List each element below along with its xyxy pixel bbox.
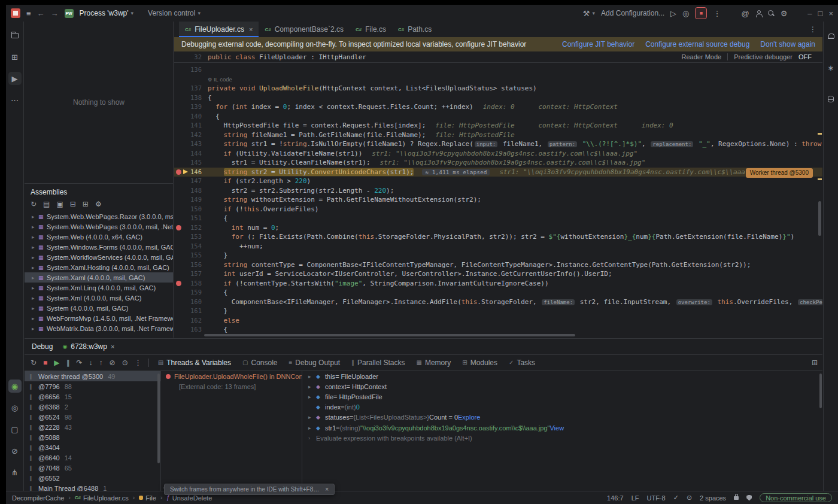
code-line[interactable]: 150 if (!this.OverrideFiles) (174, 205, 822, 214)
debug-view-tab[interactable]: ≡Debug Output (287, 359, 343, 367)
view-breakpoints-icon[interactable]: ⊙ (122, 359, 128, 367)
services-tool-icon[interactable]: ◎ (8, 401, 22, 414)
editor-vertical-scrollbar[interactable] (818, 201, 821, 236)
close-tab-icon[interactable]: × (249, 26, 253, 33)
variables-scrollbar[interactable] (819, 374, 822, 408)
code-line[interactable]: 137private void UploadWholeFile(HttpCont… (174, 84, 822, 93)
collapse-all-icon[interactable]: ⊟ (70, 200, 76, 208)
il-code-annotation[interactable]: IL code (174, 75, 822, 84)
expand-all-icon[interactable]: ⊞ (83, 200, 89, 208)
code-line[interactable]: 152 int num = 0; (174, 223, 822, 233)
vcs-widget[interactable]: Version control (148, 9, 195, 17)
thread-row[interactable]: ∥@779688 (25, 381, 160, 391)
add-configuration-button[interactable]: Add Configuration... (601, 9, 664, 17)
thread-row[interactable]: ∥@222843 (25, 422, 160, 432)
shield-icon[interactable] (746, 495, 752, 501)
breadcrumb-item[interactable]: ƒUnsafeDelete (166, 494, 212, 502)
evaluate-expression-input[interactable]: ›Evaluate expression with breakpoints av… (302, 433, 822, 443)
variable-row[interactable]: ▸◆str1 = (string) "\\oqi3o3fv9cpyquhbdoh… (302, 423, 822, 433)
code-line[interactable]: 162 else (174, 316, 822, 326)
code-line[interactable]: 144 if (Utility.ValidateFileName(str1))s… (174, 149, 822, 159)
variable-action-link[interactable]: View (549, 424, 564, 432)
mute-breakpoints-icon[interactable]: ⊘ (110, 359, 116, 367)
step-out-icon[interactable]: ↑ (99, 359, 103, 367)
close-button[interactable]: × (828, 10, 833, 17)
code-line[interactable]: 155 } (174, 251, 822, 260)
editor-tab[interactable]: C#Path.cs (392, 22, 438, 37)
highlighting-icon[interactable]: ⊙ (687, 494, 692, 502)
main-menu-icon[interactable]: ≡ (26, 10, 31, 17)
problems-tool-icon[interactable]: ⊘ (8, 444, 22, 457)
tab-options-icon[interactable]: ⋮ (803, 22, 822, 37)
rerun-icon[interactable]: ↻ (31, 359, 37, 367)
breakpoint-icon[interactable] (176, 169, 181, 175)
assembly-tree-item[interactable]: ▸▦System.Windows.Forms (4.0.0.0, msil, G… (25, 242, 173, 252)
code-line[interactable]: 149 string withoutExtension = Path.GetFi… (174, 195, 822, 205)
breakpoint-icon[interactable] (176, 225, 181, 230)
code-line[interactable]: 140 { (174, 112, 822, 122)
terminal-tool-icon[interactable]: ▢ (8, 423, 22, 436)
variable-action-link[interactable]: Explore (458, 414, 480, 421)
threads-scrollbar[interactable] (157, 374, 160, 463)
thread-row[interactable]: ∥Worker thread @530049 (25, 371, 160, 381)
line-separator[interactable]: LF (631, 494, 639, 502)
code-line[interactable]: 161 } (174, 306, 822, 316)
thread-row[interactable]: ∥@63682 (25, 402, 160, 412)
code-line[interactable]: 139 for (int index = 0; index < context.… (174, 102, 822, 112)
close-session-icon[interactable]: × (111, 343, 114, 350)
thread-row[interactable]: ∥@665615 (25, 391, 160, 402)
license-badge[interactable]: Non-commercial use (760, 493, 832, 502)
close-tooltip-icon[interactable]: × (325, 486, 329, 493)
more-tools-icon[interactable]: ⋯ (8, 93, 22, 107)
debug-view-tab[interactable]: ▢Console (240, 359, 280, 367)
assembly-tree-item[interactable]: ▸▦System.Web.WebPages.Razor (3.0.0.0, ms… (25, 211, 173, 221)
debug-view-tab[interactable]: ▤Threads & Variables (156, 359, 233, 367)
variable-row[interactable]: ◆index = (int) 0 (302, 402, 822, 412)
banner-link[interactable]: Don't show again (760, 40, 815, 48)
banner-link[interactable]: Configure JIT behavior (562, 40, 634, 48)
breadcrumb-item[interactable]: DecompilerCache (12, 494, 64, 502)
stack-frame-row[interactable]: FileUploader.UploadWholeFile() in DNNCon… (161, 371, 302, 381)
tools-icon[interactable]: ⚒ (583, 10, 590, 17)
settings-icon[interactable]: ⚙ (781, 10, 788, 17)
assembly-tree-item[interactable]: ▸▦System.Web.WebPages (3.0.0.0, msil, .N… (25, 221, 173, 232)
inspections-icon[interactable]: ✓ (673, 494, 679, 502)
code-line[interactable]: 151 { (174, 214, 822, 223)
file-encoding[interactable]: UTF-8 (646, 494, 665, 502)
assembly-tree-item[interactable]: ▸▦WebFormsMvp (1.4.5.0, msil, .Net Frame… (25, 313, 173, 323)
more-icon[interactable]: ⋮ (713, 10, 721, 17)
code-line[interactable]: 147 if (str2.Length > 220) (174, 177, 822, 186)
code-line[interactable]: 163 { (174, 325, 822, 335)
banner-link[interactable]: Configure external source debug (645, 40, 749, 48)
code-with-me-icon[interactable]: @ (741, 10, 749, 17)
run-icon[interactable]: ▷ (670, 10, 676, 17)
code-area[interactable]: 136IL code137private void UploadWholeFil… (174, 64, 822, 338)
caret-position[interactable]: 146:7 (607, 494, 624, 502)
code-line[interactable]: 157 int userId = ServiceLocator<IUserCon… (174, 269, 822, 279)
search-icon[interactable] (768, 10, 775, 17)
reader-mode-toggle[interactable]: Reader Mode (682, 53, 722, 60)
stop-icon[interactable]: ■ (43, 359, 47, 367)
structure-tool-icon[interactable]: ⊞ (8, 50, 22, 63)
thread-row[interactable]: ∥@704865 (25, 463, 160, 473)
debug-view-tab[interactable]: ⊞Modules (460, 359, 500, 367)
chevron-down-icon[interactable]: ▾ (593, 11, 596, 16)
code-line[interactable]: 136 (174, 65, 822, 75)
thread-row[interactable]: ∥@652498 (25, 412, 160, 422)
thread-row[interactable]: ∥@5088 (25, 432, 160, 442)
debug-view-tab[interactable]: ✓Tasks (506, 359, 538, 367)
minimize-button[interactable]: – (807, 10, 812, 17)
code-line[interactable]: 148 str2 = str2.Substring(str2.Length - … (174, 186, 822, 196)
code-line[interactable]: 153 for (; File.Exists(Path.Combine(this… (174, 232, 822, 242)
database-tool-icon[interactable] (824, 92, 837, 105)
copy-icon[interactable]: ▣ (56, 200, 63, 208)
back-icon[interactable]: ← (37, 10, 45, 17)
code-line[interactable]: 143 string str1 = !string.IsNullOrEmpty(… (174, 139, 822, 149)
lock-icon[interactable] (734, 496, 739, 500)
pause-icon[interactable]: ∥ (66, 359, 70, 367)
editor-horizontal-scrollbar[interactable] (204, 334, 575, 336)
variable-row[interactable]: ▸◆context = HttpContext (302, 381, 822, 391)
editor-tab[interactable]: C#ComponentBase`2.cs (259, 22, 350, 37)
notifications-icon[interactable] (824, 30, 837, 43)
resume-icon[interactable]: ▶ (54, 359, 59, 367)
